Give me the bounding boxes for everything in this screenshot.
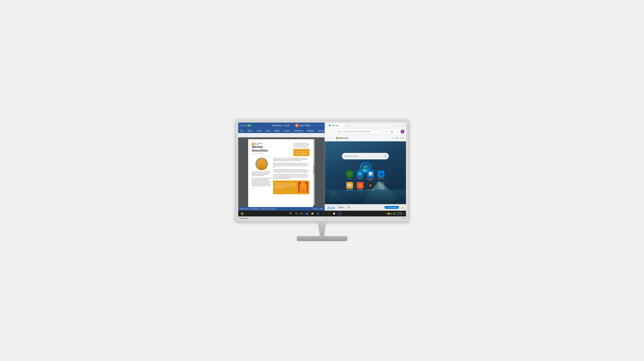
woodgrove-label: Woodgrove Bank (366, 178, 375, 181)
app-allabout[interactable]: ⚡ All About (356, 182, 365, 191)
dailystory-label: Daily Story (346, 189, 353, 191)
taskbar-explorer[interactable]: 📁 (310, 211, 315, 216)
search-icon: ⊙ (380, 131, 381, 133)
bottom-quote-box: " A good brand community is not driven b… (273, 181, 310, 194)
notification-icon[interactable]: □ (403, 213, 404, 215)
bell-icon[interactable]: 🔔 (401, 206, 404, 209)
ribbon-tab-layout[interactable]: Layout (283, 129, 290, 132)
weather-temp: 62° (396, 137, 398, 139)
scrollbar-thumb[interactable] (313, 166, 314, 175)
lock-icon: 🔒 (344, 131, 346, 133)
win-sq-red (241, 212, 242, 214)
app-chefstable[interactable]: C Chefs Table (366, 182, 375, 191)
search-box: 🔍 (342, 153, 389, 159)
search-input[interactable] (344, 155, 382, 157)
add-app-icon[interactable]: + (378, 182, 384, 189)
onedrive-label: OneDrive (378, 178, 384, 179)
word-title-left: AutoSave On (240, 125, 266, 127)
taskbar-word[interactable]: W (321, 211, 326, 216)
ribbon-tab-mailings[interactable]: Mailings (306, 129, 315, 132)
ribbon-tab-references[interactable]: References (293, 129, 304, 132)
autosave-label: AutoSave (240, 125, 247, 126)
close-btn[interactable]: ✕ (320, 124, 323, 127)
word-window: AutoSave On Architecture - Saved TP Tayl… (238, 123, 325, 211)
app-add[interactable]: + (376, 182, 386, 191)
ribbon-tab-file[interactable]: File (240, 129, 244, 132)
accessibility-status[interactable]: Accessibility: Investigate (260, 208, 276, 210)
edge-minimize[interactable]: − (393, 124, 396, 127)
scrollbar[interactable] (313, 139, 314, 205)
tab-close-icon[interactable]: ✕ (340, 125, 342, 126)
allabout-icon: ⚡ (357, 182, 364, 189)
minimize-btn[interactable]: − (312, 124, 315, 127)
feed-tab-myfeed[interactable]: My Feed (327, 206, 336, 209)
ms-square-yellow (338, 138, 339, 139)
ms-grid-icon[interactable]: ⋮⋮⋮ (327, 137, 334, 140)
personalize-button[interactable]: ✏ Personalize (384, 206, 399, 209)
ribbon-tab-insert[interactable]: Insert (256, 129, 262, 132)
start-button[interactable] (240, 211, 245, 216)
word-count: 2190 words (250, 208, 259, 210)
tray-arrow[interactable]: ∧ (386, 213, 387, 214)
datetime[interactable]: 10/20/21 11:11 AM (396, 212, 402, 215)
edge-maximize[interactable]: □ (397, 124, 400, 127)
page-right-main: Wouldn't you want to work with a great c… (273, 158, 310, 194)
taskbar-task-view[interactable]: ⧉ (294, 211, 299, 216)
ribbon-tab-design[interactable]: Design (274, 129, 280, 132)
monitor-brand-bar: Lenovo (238, 216, 406, 220)
taskbar: 🔍 ⧉ ⊟ 👥 📁 W P 📋 T (238, 211, 406, 216)
edge-close[interactable]: ✕ (401, 124, 404, 127)
page-main-content: Welcome to Write I Work, a monthly newsl… (252, 158, 310, 194)
taskbar-widgets[interactable]: ⊟ (299, 211, 304, 216)
edge-tab-newtab[interactable]: New tab ✕ (326, 124, 344, 127)
taskbar-search[interactable]: 🔍 (288, 211, 294, 216)
forward-button[interactable]: → (332, 129, 336, 134)
power-button[interactable] (403, 217, 404, 219)
monitor-stand-base (297, 236, 347, 241)
app-onedrive[interactable]: ☁ OneDrive (376, 170, 386, 181)
weather-icon: ⛅ (392, 137, 394, 139)
app-linkedin[interactable]: in LinkedIn (356, 170, 365, 181)
taskbar-teams2[interactable]: T (337, 211, 342, 216)
word-title: Architecture - Saved (267, 124, 294, 127)
collections-icon[interactable]: ⊕ (390, 129, 394, 134)
feed-tab-politics[interactable]: Politics (338, 206, 345, 209)
settings-icon[interactable]: … (395, 129, 400, 134)
taskbar-teams[interactable]: 👥 (304, 211, 310, 216)
favorites-icon[interactable]: ☆ (384, 129, 389, 134)
app-woodgrove[interactable]: 📊 Woodgrove Bank (366, 170, 375, 181)
logo-icon: K (252, 143, 254, 145)
feed-tab-us[interactable]: US (347, 206, 351, 209)
taskbar-icons: 🔍 ⧉ ⊟ 👥 📁 W P 📋 T (246, 211, 385, 216)
search-submit-icon[interactable]: 🔍 (384, 155, 387, 158)
edge-user-avatar[interactable]: U (400, 130, 404, 134)
ms-square-red (336, 137, 338, 138)
focus-btn[interactable]: Focus (313, 208, 318, 210)
address-bar[interactable]: 🔒 ⊙ (342, 129, 383, 134)
user-name: Taylor Phillips (299, 125, 310, 127)
back-button[interactable]: ← (326, 129, 330, 134)
layout-icon[interactable]: ⊞ (402, 137, 404, 139)
taskbar-notes[interactable]: 📋 (332, 211, 337, 216)
windows-area: AutoSave On Architecture - Saved TP Tayl… (238, 123, 406, 211)
microsoft-bar: ⋮⋮⋮ Microsoft (325, 135, 406, 141)
ribbon-tab-home[interactable]: Home (247, 129, 253, 132)
app-dailystory[interactable]: 📰 Daily Story (345, 182, 354, 191)
address-input[interactable] (348, 131, 379, 133)
profile-image (255, 158, 268, 170)
app-xbox[interactable]: 🎮 Xbox (345, 170, 354, 181)
maximize-btn[interactable]: □ (316, 124, 319, 127)
ribbon-tab-review[interactable]: Review (318, 129, 325, 132)
taskbar-powerpoint[interactable]: P (326, 211, 331, 216)
gear-icon[interactable]: ⚙ (400, 137, 401, 139)
refresh-button[interactable]: ↻ (337, 129, 342, 134)
new-tab-button[interactable]: + (345, 123, 349, 128)
date-display: 10/20/21 (396, 212, 402, 214)
edge-window: New tab ✕ + − □ ✕ ← → ↻ (325, 123, 406, 211)
word-content-area: K KEY TERRAIN GROUP Weekly Newslette (238, 137, 324, 207)
taskbar-edge[interactable] (316, 211, 320, 216)
ribbon-tab-draw[interactable]: Draw (265, 129, 270, 132)
edge-navbar: ← → ↻ 🔒 ⊙ ☆ ⊕ … U (325, 128, 406, 135)
feed-tab-more[interactable]: ... (353, 206, 356, 209)
autosave-toggle[interactable]: On (248, 125, 252, 127)
